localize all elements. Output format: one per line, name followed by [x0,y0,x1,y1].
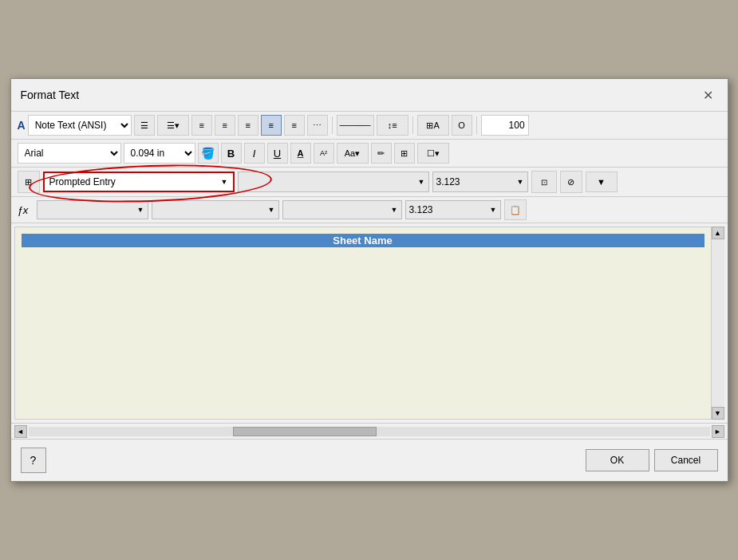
font-icon: A [18,119,26,132]
second-dropdown-arrow: ▼ [418,178,425,186]
fx-dropdown-2[interactable]: ▼ [152,200,279,219]
underline-icon: U [274,148,281,160]
mask-icon: ☐▾ [427,148,440,159]
circle-icon: ⊘ [567,177,574,187]
align-distributed-icon: ≡ [291,120,296,130]
fx-value-arrow: ▼ [490,206,497,214]
align-justify-icon: ≡ [268,120,273,130]
unordered-list-button[interactable]: ☰ [134,115,155,136]
superscript-icon: A² [320,149,327,157]
list-numbered-icon: ☰▾ [167,120,180,131]
horizontal-scrollbar-area: ◄ ► [11,423,728,439]
value-dropdown[interactable]: 3.123 ▼ [432,172,528,192]
font-size-dropdown[interactable]: 0.094 in [124,143,195,164]
scroll-right-button[interactable]: ► [712,425,724,438]
case-button[interactable]: Aa▾ [337,143,369,164]
action-buttons: OK Cancel [586,449,718,471]
font-family-dropdown[interactable]: Arial [18,143,121,164]
symbol-button[interactable]: O [452,115,472,136]
canvas-area[interactable]: Sheet Name [14,227,712,420]
paste-icon: 📋 [510,205,521,215]
align-right-button[interactable]: ≡ [238,115,258,136]
bold-icon: B [227,148,235,160]
font-name-dropdown[interactable]: Note Text (ANSI) [28,115,132,136]
prompted-entry-label: Prompted Entry [49,176,116,187]
color-bucket-icon: 🪣 [201,147,215,160]
scroll-track-h [29,427,710,436]
fx-dropdown-3-arrow: ▼ [391,206,398,214]
formula-row: ⊞ Prompted Entry ▼ ▼ 3.123 ▼ ⊡ ⊘ ▼ [11,168,728,197]
align-center-button[interactable]: ≡ [215,115,235,136]
format-text-dialog: Format Text ✕ A Note Text (ANSI) ☰ ☰▾ ≡ … [10,78,728,482]
value-label: 3.123 [436,176,460,187]
columns-button[interactable]: ⊞A [417,115,449,136]
italic-icon: I [253,148,256,160]
align-right-icon: ≡ [245,120,250,130]
separator-1 [332,116,333,134]
number-input[interactable]: 100 [481,115,529,136]
insert-field-button[interactable]: ⊞ [18,171,40,193]
help-button[interactable]: ? [21,448,46,473]
value-arrow: ▼ [517,178,524,186]
align-center-icon: ≡ [222,120,227,130]
scroll-left-button[interactable]: ◄ [14,425,27,438]
highlight-button[interactable]: ✏ [371,143,392,164]
numbered-list-button[interactable]: ☰▾ [157,115,189,136]
second-dropdown[interactable]: ▼ [238,172,429,192]
spacing-button[interactable]: ⋯ [307,115,328,136]
circle-button[interactable]: ⊘ [560,171,582,193]
scroll-thumb-h [233,427,377,436]
color-bucket-button[interactable]: 🪣 [198,143,219,164]
more-options-button[interactable]: ▼ [586,172,618,192]
bottom-row: ? OK Cancel [11,439,728,481]
toolbar-row-1: A Note Text (ANSI) ☰ ☰▾ ≡ ≡ ≡ ≡ ≡ ⋯ [11,112,728,140]
formula-area: ƒx ▼ ▼ ▼ 3.123 ▼ 📋 [11,197,728,223]
vertical-scrollbar[interactable]: ▲ ▼ [712,227,724,420]
bold-button[interactable]: B [221,143,242,164]
close-button[interactable]: ✕ [699,85,718,105]
underline-button[interactable]: U [267,143,288,164]
paste-button[interactable]: 📋 [504,199,527,220]
dimension-icon: ⊡ [541,178,547,187]
text-color-button[interactable]: A [290,143,311,164]
sheet-name-label: Sheet Name [22,234,704,247]
fx-dropdown-3[interactable]: ▼ [282,200,402,219]
fx-dropdown-1-arrow: ▼ [137,206,144,214]
scroll-up-button[interactable]: ▲ [712,227,724,239]
line-style-icon: ───── [340,120,371,130]
toolbar-row-2: Arial 0.094 in 🪣 B I U A A² Aa▾ [11,140,728,168]
ok-button[interactable]: OK [586,449,649,471]
separator-2 [412,116,413,134]
list-unordered-icon: ☰ [140,120,148,131]
fx-label: ƒx [18,204,34,216]
fx-dropdown-2-arrow: ▼ [268,206,275,214]
mask-button[interactable]: ☐▾ [417,143,449,164]
line-spacing-icon: ↕≡ [388,120,397,130]
highlight-icon: ✏ [377,148,385,159]
superscript-button[interactable]: A² [314,143,334,164]
fx-dropdown-1[interactable]: ▼ [37,200,148,219]
prompted-entry-wrapper: Prompted Entry ▼ [43,172,235,192]
line-style-button[interactable]: ───── [337,115,374,136]
prompted-entry-dropdown[interactable]: Prompted Entry ▼ [43,172,235,192]
align-distributed-button[interactable]: ≡ [284,115,305,136]
cancel-button[interactable]: Cancel [654,449,718,471]
line-spacing-button[interactable]: ↕≡ [377,115,408,136]
case-icon: Aa▾ [345,148,360,159]
scroll-down-button[interactable]: ▼ [712,407,724,420]
dimension-button[interactable]: ⊡ [531,171,557,193]
align-left-button[interactable]: ≡ [191,115,212,136]
align-left-icon: ≡ [199,120,203,130]
spacing-icon: ⋯ [313,120,322,131]
separator-3 [476,116,477,134]
symbol-icon: O [458,120,465,130]
scroll-thumb-v [712,239,724,407]
dialog-title: Format Text [21,89,80,101]
text-color-icon: A [298,148,304,158]
italic-button[interactable]: I [244,143,265,164]
align-justify-button[interactable]: ≡ [261,115,282,136]
title-bar: Format Text ✕ [11,79,728,112]
canvas-wrapper: Sheet Name ▲ ▼ [14,227,724,420]
fx-value-dropdown[interactable]: 3.123 ▼ [405,200,501,219]
field-button[interactable]: ⊞ [394,143,415,164]
